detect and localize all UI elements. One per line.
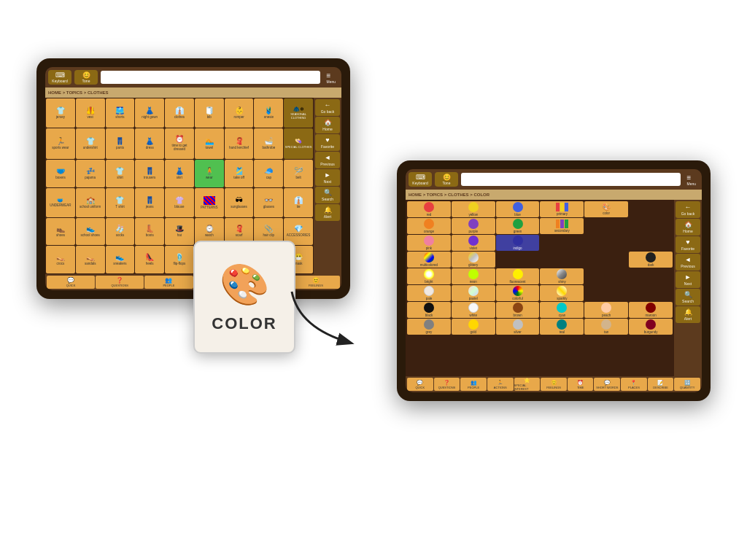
cell-towel[interactable]: 🏊towel [195,128,224,160]
next-button[interactable]: ►Next [315,169,340,186]
cell-blue[interactable]: blue [496,201,540,217]
cell-boxers[interactable]: 🩲boxers [46,160,75,187]
keyboard-button[interactable]: ⌨ Keyboard [48,70,71,85]
alert-button[interactable]: 🔔Alert [315,204,340,221]
r-bottom-shortwords[interactable]: 💬SHORT WORDS [594,378,620,391]
cell-green[interactable]: green [496,218,540,234]
search-button[interactable]: 🔍Search [315,187,340,203]
cell-yellow[interactable]: yellow [452,201,495,217]
cell-wear[interactable]: 🧍wear [195,160,224,187]
text-input[interactable] [101,71,320,84]
right-previous-button[interactable]: ◄Previous [676,254,700,271]
cell-special-clothes[interactable]: 👒SPECIAL CLOTHES [284,128,313,160]
cell-hat[interactable]: 🎩hat [165,218,194,246]
cell-tshirt[interactable]: 👕T shirt [106,188,135,217]
right-alert-button[interactable]: 🔔Alert [676,306,700,323]
r-bottom-special[interactable]: ⭐SPECIAL INTEREST [514,378,541,391]
cell-primary[interactable]: primary [540,201,584,217]
cell-belt[interactable]: 🪡belt [284,160,313,187]
cell-schooluniform[interactable]: 🏫school uniform [76,188,105,217]
cell-boots[interactable]: 👢boots [135,218,164,246]
cell-undershirt[interactable]: 👕undershirt [76,128,105,160]
cell-dress[interactable]: 👗dress [135,128,164,160]
r-bottom-time[interactable]: ⏰TIME [568,378,594,391]
cell-blouse[interactable]: 👚blouse [165,188,194,217]
cell-grey[interactable]: grey [407,319,451,335]
cell-takeoff[interactable]: 🎽take off [225,160,254,187]
cell-pink[interactable]: pink [407,235,451,251]
bottom-questions[interactable]: ❓QUESTIONS [96,276,144,289]
cell-schoolshoes[interactable]: 👟school shoes [76,218,105,246]
r-bottom-quick[interactable]: 💬QUICK [407,378,433,391]
cell-brown[interactable]: brown [496,302,540,318]
cell-white[interactable]: white [452,302,495,318]
cell-peach[interactable]: peach [584,302,628,318]
cell-handkerchief[interactable]: 🧣hand kerchief [225,128,254,160]
cell-crocs[interactable]: 👡crocs [46,246,75,273]
cell-violet[interactable]: violet [452,235,495,251]
tone-button[interactable]: 😊 Tone [74,70,98,85]
r-bottom-places[interactable]: 📍PLACES [621,378,647,391]
right-menu-button[interactable]: ≡ Menu [684,172,699,187]
right-tone-button[interactable]: 😊 Tone [435,172,458,187]
cell-tie[interactable]: 👔tie [284,188,313,217]
home-button[interactable]: 🏠Home [315,117,340,133]
bottom-people[interactable]: 👥PEOPLE [144,276,193,289]
cell-trousers[interactable]: 👖trousers [135,160,164,187]
cell-socks[interactable]: 🧦socks [106,218,135,246]
cell-secondary[interactable]: secondary [540,218,584,234]
cell-tan[interactable]: tan [584,319,628,335]
cell-onesie[interactable]: 🩱onesie [254,98,283,128]
r-bottom-feelings[interactable]: 😊FEELINGS [541,378,567,391]
cell-black[interactable]: black [407,302,451,318]
cell-sunglasses[interactable]: 🕶sunglasses [225,188,254,217]
bottom-quick[interactable]: 💬QUICK [47,276,95,289]
cell-pajama[interactable]: 💤pajama [76,160,105,187]
cell-cap[interactable]: 🧢cap [254,160,283,187]
right-search-button[interactable]: 🔍Search [676,289,700,306]
cell-underwear[interactable]: 🩲UNDERWEAR [46,188,75,217]
cell-teal[interactable]: teal [540,319,584,335]
previous-button[interactable]: ◄Previous [315,152,340,168]
r-bottom-quantity[interactable]: 🔢QUANTITY [674,378,700,391]
cell-cyan[interactable]: cyan [540,302,584,318]
cell-bib[interactable]: 🧻bib [195,98,224,128]
cell-silver[interactable]: silver [496,319,540,335]
right-goback-button[interactable]: ←Go back [676,201,700,218]
goback-button[interactable]: ←Go back [315,99,340,116]
r-bottom-questions[interactable]: ❓QUESTIONS [434,378,460,391]
cell-vest[interactable]: 🦺vest [76,98,105,128]
cell-heels[interactable]: 👠heels [135,246,164,273]
cell-sportswear[interactable]: 🏃sports wear [46,128,75,160]
r-bottom-describe[interactable]: 📝DESCRIBE [648,378,674,391]
cell-bathrobe[interactable]: 🛁bathrobe [254,128,283,160]
cell-red[interactable]: red [407,201,451,217]
cell-flipflops[interactable]: 🩴flip-flops [165,246,194,273]
cell-seasonal[interactable]: 🧥❄SEASONAL CLOTHING [284,98,313,128]
cell-pastel[interactable]: pastel [452,285,495,301]
cell-pale[interactable]: pale [407,285,451,301]
cell-skirt[interactable]: 👗skirt [165,160,194,187]
cell-sparkly[interactable]: sparkly [540,285,584,301]
cell-dark[interactable]: dark [629,252,673,268]
cell-colorful[interactable]: colorful [496,285,540,301]
cell-indigo[interactable]: indigo [496,235,540,251]
cell-bright[interactable]: bright [407,268,451,284]
cell-romper[interactable]: 👶romper [225,98,254,128]
cell-purple[interactable]: purple [452,218,495,234]
cell-maroon[interactable]: maroon [629,302,673,318]
cell-glasses[interactable]: 👓glasses [254,188,283,217]
cell-clothes[interactable]: 👔clothes [165,98,194,128]
cell-patterns[interactable]: PATTERNS [195,188,224,217]
r-bottom-people[interactable]: 👥PEOPLE [460,378,487,391]
cell-shoes[interactable]: 👞shoes [46,218,75,246]
cell-shirt[interactable]: 👕shirt [106,160,135,187]
cell-jeans[interactable]: 👖jeans [135,188,164,217]
cell-orange[interactable]: orange [407,218,451,234]
cell-sneakers[interactable]: 👟sneakers [106,246,135,273]
right-text-input[interactable] [461,173,681,186]
right-keyboard-button[interactable]: ⌨ Keyboard [409,172,432,187]
cell-glittery[interactable]: glittery [452,252,495,268]
menu-button[interactable]: ≡ Menu [323,70,338,85]
cell-jersey[interactable]: 👕jersey [46,98,75,128]
